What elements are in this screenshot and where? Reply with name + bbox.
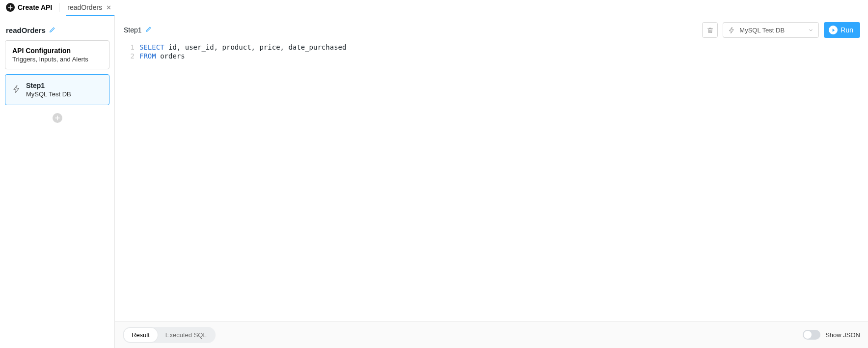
trash-icon <box>706 27 714 34</box>
gutter-number: 1 <box>115 43 139 52</box>
result-tabs: Result Executed SQL <box>123 327 216 343</box>
api-name-row: readOrders <box>5 22 109 35</box>
run-button[interactable]: Run <box>824 22 860 38</box>
tab-label: readOrders <box>67 3 102 11</box>
pencil-icon[interactable] <box>145 26 152 34</box>
divider <box>59 3 59 12</box>
show-json-toggle[interactable] <box>803 330 820 340</box>
delete-step-button[interactable] <box>702 22 718 38</box>
editor-code: FROM orders <box>139 52 185 60</box>
play-icon <box>829 26 838 34</box>
tab-readorders[interactable]: readOrders ✕ <box>66 0 114 15</box>
api-configuration-card[interactable]: API Configuration Triggers, Inputs, and … <box>5 40 109 69</box>
plus-icon <box>6 3 15 12</box>
top-bar: Create API readOrders ✕ <box>0 0 868 15</box>
create-api-button[interactable]: Create API <box>6 3 52 12</box>
step-title-text: Step1 <box>124 26 142 34</box>
sql-editor[interactable]: 1SELECT id, user_id, product, price, dat… <box>115 42 868 321</box>
run-label: Run <box>841 26 853 34</box>
main-header: Step1 MySQL Test DB <box>115 15 868 42</box>
create-api-label: Create API <box>18 3 52 11</box>
editor-code: SELECT id, user_id, product, price, date… <box>139 43 346 52</box>
tab-executed-sql[interactable]: Executed SQL <box>158 328 215 342</box>
database-select[interactable]: MySQL Test DB <box>723 22 819 38</box>
editor-line: 1SELECT id, user_id, product, price, dat… <box>115 43 868 52</box>
tab-result[interactable]: Result <box>124 328 158 342</box>
step-subtitle: MySQL Test DB <box>26 90 71 98</box>
api-name: readOrders <box>6 26 46 34</box>
chevron-down-icon <box>808 28 814 33</box>
step-card-step1[interactable]: Step1 MySQL Test DB <box>5 74 109 105</box>
gutter-number: 2 <box>115 52 139 60</box>
api-config-subtitle: Triggers, Inputs, and Alerts <box>12 56 102 63</box>
editor-line: 2FROM orders <box>115 52 868 60</box>
lightning-icon <box>12 85 21 95</box>
database-select-label: MySQL Test DB <box>739 27 785 34</box>
close-icon[interactable]: ✕ <box>106 4 111 11</box>
lightning-icon <box>728 27 735 34</box>
pencil-icon[interactable] <box>49 27 55 34</box>
show-json-label: Show JSON <box>825 331 860 339</box>
sidebar: readOrders API Configuration Triggers, I… <box>0 15 115 348</box>
add-step-button[interactable] <box>53 113 62 123</box>
api-config-title: API Configuration <box>12 47 102 55</box>
footer: Result Executed SQL Show JSON <box>115 321 868 348</box>
step-title-header: Step1 <box>124 26 152 34</box>
step-title: Step1 <box>26 82 71 89</box>
